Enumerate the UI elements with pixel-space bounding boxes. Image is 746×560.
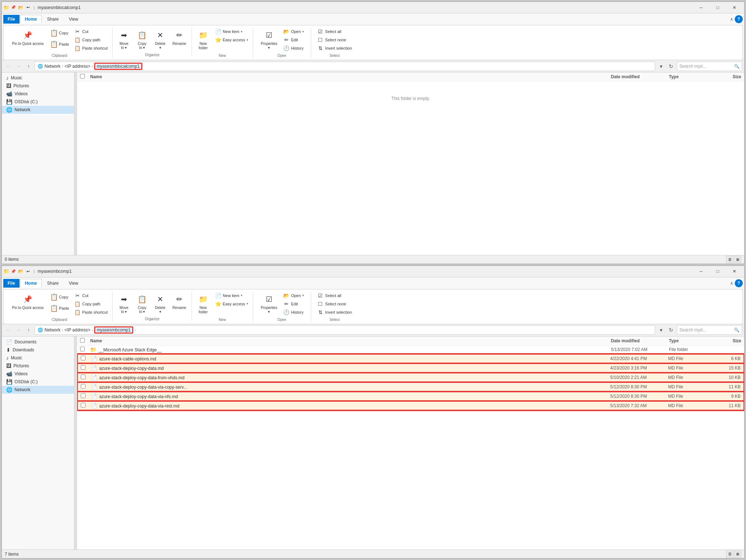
- header-type-1[interactable]: Type: [669, 74, 712, 79]
- properties-button-2[interactable]: ☑ Properties▾: [258, 292, 280, 315]
- sidebar-item-pictures-2[interactable]: 🖼 Pictures: [2, 362, 74, 370]
- sidebar-item-documents-2[interactable]: 📄 Documents: [2, 338, 74, 346]
- header-name-1[interactable]: Name: [90, 74, 611, 79]
- collapse-arrow-icon-2[interactable]: ∧: [730, 281, 733, 286]
- rename-button-2[interactable]: ✏ Rename: [170, 292, 189, 312]
- help-button-2[interactable]: ?: [735, 279, 743, 287]
- move-to-button-2[interactable]: ➡ Moveto ▾: [116, 292, 132, 315]
- maximize-button-1[interactable]: □: [709, 2, 726, 13]
- copy-to-button-2[interactable]: 📋 Copyto ▾: [134, 292, 150, 315]
- help-button-1[interactable]: ?: [735, 15, 743, 23]
- paste-shortcut-button-1[interactable]: 📋 Paste shortcut: [72, 44, 109, 52]
- header-date-1[interactable]: Date modified: [611, 74, 669, 79]
- sidebar-item-music-2[interactable]: ♪ Music: [2, 354, 74, 362]
- view-details-button-2[interactable]: ☰: [726, 551, 733, 558]
- refresh-button-2[interactable]: ↻: [667, 326, 675, 334]
- delete-button-2[interactable]: ✕ Delete▾: [152, 292, 168, 315]
- table-row[interactable]: 📄azure-stack-deploy-copy-data-from-vhds.…: [77, 373, 744, 382]
- row-check-0[interactable]: [80, 347, 90, 352]
- sidebar-item-downloads-2[interactable]: ⬇ Downloads: [2, 346, 74, 354]
- minimize-button-1[interactable]: ─: [693, 2, 709, 13]
- row-check-6[interactable]: [81, 403, 91, 409]
- search-box-1[interactable]: Search myd... 🔍: [677, 62, 742, 71]
- edit-button-1[interactable]: ✏ Edit: [281, 36, 306, 44]
- cut-button-2[interactable]: ✂ Cut: [72, 292, 109, 300]
- delete-button-1[interactable]: ✕ Delete▾: [152, 28, 168, 51]
- history-button-1[interactable]: 🕐 History: [281, 44, 306, 52]
- view-large-button-2[interactable]: ⊞: [734, 551, 741, 558]
- header-type-2[interactable]: Type: [669, 338, 712, 343]
- header-size-2[interactable]: Size: [712, 338, 741, 343]
- copy-button-2[interactable]: 📋 Copy: [48, 292, 71, 302]
- table-row[interactable]: 📄azure-stack-deploy-copy-data-via-nfs.md…: [77, 392, 744, 401]
- table-row[interactable]: 📄azure-stack-deploy-copy-data-via-copy-s…: [77, 382, 744, 392]
- forward-button-2[interactable]: →: [14, 326, 23, 334]
- select-all-check-1[interactable]: [80, 74, 85, 79]
- properties-button-1[interactable]: ☑ Properties▾: [258, 28, 280, 51]
- dropdown-button-1[interactable]: ▾: [657, 62, 665, 71]
- sidebar-item-network-1[interactable]: 🌐 Network: [2, 106, 74, 114]
- paste-shortcut-button-2[interactable]: 📋 Paste shortcut: [72, 308, 109, 316]
- header-check-2[interactable]: [80, 338, 90, 344]
- sidebar-item-osdisk-1[interactable]: 💾 OSDisk (C:): [2, 98, 74, 106]
- sidebar-item-osdisk-2[interactable]: 💾 OSDisk (C:): [2, 378, 74, 386]
- collapse-arrow-icon-1[interactable]: ∧: [730, 17, 733, 22]
- select-none-button-2[interactable]: ☐ Select none: [315, 300, 354, 308]
- address-path-2[interactable]: 🌐 Network › <IP address> › myasesmbcomp1…: [34, 325, 655, 335]
- path-share-2[interactable]: myasesmbcomp1: [95, 327, 133, 333]
- tab-view-1[interactable]: View: [64, 15, 83, 24]
- tab-share-2[interactable]: Share: [42, 279, 63, 288]
- row-check-5[interactable]: [81, 393, 91, 399]
- cut-button-1[interactable]: ✂ Cut: [72, 28, 109, 35]
- back-button-1[interactable]: ←: [4, 62, 13, 71]
- folder-icon-2[interactable]: 📂: [18, 268, 24, 274]
- table-row[interactable]: 📁__Microsoft Azure Stack Edge__ 5/13/202…: [77, 346, 744, 354]
- minimize-button-2[interactable]: ─: [693, 266, 709, 277]
- header-date-2[interactable]: Date modified: [611, 338, 669, 343]
- paste-button-2[interactable]: 📋 Paste: [48, 303, 71, 314]
- pin-to-quick-button-2[interactable]: 📌 Pin to Quick access: [9, 292, 46, 312]
- header-name-2[interactable]: Name: [90, 338, 611, 343]
- copy-path-button-2[interactable]: 📋 Copy path: [72, 300, 109, 308]
- tab-home-1[interactable]: Home: [20, 15, 42, 24]
- table-row[interactable]: 📄azure-stack-deploy-copy-data.md 4/23/20…: [77, 363, 744, 373]
- folder-icon-1[interactable]: 📂: [18, 5, 24, 11]
- move-to-button-1[interactable]: ➡ Moveto ▾: [116, 28, 132, 51]
- new-folder-button-1[interactable]: 📁 Newfolder: [195, 28, 211, 52]
- select-all-check-2[interactable]: [80, 338, 85, 343]
- select-all-button-1[interactable]: ☑ Select all: [315, 28, 354, 35]
- path-share-1[interactable]: myasesmblocalcomp1: [95, 63, 142, 70]
- sidebar-resize-2[interactable]: [74, 337, 77, 550]
- copy-button-1[interactable]: 📋 Copy: [48, 28, 71, 38]
- maximize-button-2[interactable]: □: [709, 266, 726, 277]
- header-check-1[interactable]: [80, 74, 90, 80]
- pin-icon-2[interactable]: 📌: [11, 268, 16, 274]
- tab-file-2[interactable]: File: [3, 279, 20, 288]
- sidebar-item-music-1[interactable]: ♪ Music: [2, 74, 74, 82]
- new-item-button-1[interactable]: 📄 New item ▾: [213, 28, 250, 35]
- copy-path-button-1[interactable]: 📋 Copy path: [72, 36, 109, 44]
- close-button-2[interactable]: ✕: [726, 266, 743, 277]
- row-check-1[interactable]: [81, 356, 91, 362]
- sidebar-item-videos-1[interactable]: 📹 Videos: [2, 90, 74, 98]
- tab-view-2[interactable]: View: [64, 279, 83, 288]
- back-button-2[interactable]: ←: [4, 326, 13, 334]
- up-button-2[interactable]: ↑: [24, 326, 33, 334]
- tab-share-1[interactable]: Share: [42, 15, 63, 24]
- edit-button-2[interactable]: ✏ Edit: [281, 300, 306, 308]
- row-check-2[interactable]: [81, 365, 91, 371]
- easy-access-button-1[interactable]: ⭐ Easy access ▾: [213, 36, 250, 44]
- paste-button-1[interactable]: 📋 Paste: [48, 39, 71, 50]
- sidebar-item-network-2[interactable]: 🌐 Network: [2, 386, 74, 394]
- up-button-1[interactable]: ↑: [24, 62, 33, 71]
- search-icon-2[interactable]: 🔍: [734, 327, 739, 333]
- undo-icon-2[interactable]: ↩: [25, 268, 31, 274]
- rename-button-1[interactable]: ✏ Rename: [170, 28, 189, 47]
- table-row[interactable]: 📄azure-stack-cable-options.md 4/22/2020 …: [77, 354, 744, 363]
- open-button-1[interactable]: 📂 Open ▾: [281, 28, 306, 35]
- view-large-button-1[interactable]: ⊞: [734, 256, 741, 263]
- view-details-button-1[interactable]: ☰: [726, 256, 733, 263]
- pin-to-quick-button-1[interactable]: 📌 Pin to Quick access: [9, 28, 46, 48]
- open-button-2[interactable]: 📂 Open ▾: [281, 292, 306, 300]
- new-item-button-2[interactable]: 📄 New item ▾: [213, 292, 250, 300]
